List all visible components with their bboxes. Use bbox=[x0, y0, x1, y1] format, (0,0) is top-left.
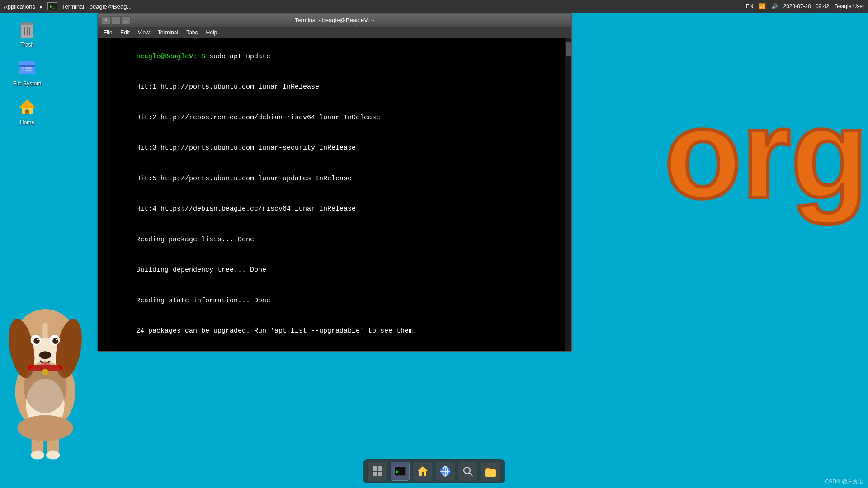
terminal-line-4: Hit:3 http://ports.ubuntu.com lunar-secu… bbox=[104, 133, 566, 164]
output-3a: Hit:2 bbox=[136, 114, 160, 122]
terminal-line-2: Hit:1 http://ports.ubuntu.com lunar InRe… bbox=[104, 72, 566, 103]
home-label: Home bbox=[20, 119, 34, 126]
svg-point-35 bbox=[46, 451, 60, 460]
menu-view[interactable]: View bbox=[134, 28, 153, 37]
trash-icon-desktop[interactable]: Trash bbox=[9, 18, 45, 48]
terminal-line-8: Building dependency tree... Done bbox=[104, 255, 566, 286]
maximize-button-terminal[interactable]: □ bbox=[122, 16, 131, 24]
svg-rect-14 bbox=[25, 110, 29, 114]
beagle-dog-image bbox=[0, 249, 90, 465]
trash-label: Trash bbox=[20, 42, 34, 48]
menu-file[interactable]: File bbox=[100, 28, 116, 37]
svg-rect-43 bbox=[373, 472, 377, 476]
menu-help[interactable]: Help bbox=[203, 28, 221, 37]
minimize-button-terminal[interactable]: − bbox=[112, 16, 121, 24]
terminal-title: Terminal - beagle@BeagleV: ~ bbox=[133, 17, 536, 23]
svg-rect-9 bbox=[21, 70, 24, 71]
desktop-icons: Trash File System bbox=[9, 18, 45, 126]
svg-point-23 bbox=[33, 338, 39, 344]
output-5: Hit:5 http://ports.ubuntu.com lunar-upda… bbox=[136, 175, 352, 183]
svg-rect-44 bbox=[378, 472, 382, 476]
close-button-terminal[interactable]: × bbox=[102, 16, 111, 24]
svg-rect-8 bbox=[21, 67, 24, 69]
svg-text:▶_: ▶_ bbox=[396, 469, 402, 474]
svg-point-52 bbox=[464, 467, 470, 474]
svg-point-34 bbox=[31, 451, 44, 460]
terminal-window-controls: × − □ bbox=[102, 16, 133, 24]
filesystem-icon-desktop[interactable]: File System bbox=[9, 57, 45, 87]
home-icon bbox=[16, 96, 38, 117]
taskbar-files-icon[interactable] bbox=[368, 462, 387, 481]
terminal-line-1: beagle@BeagleV:~$ sudo apt update bbox=[104, 42, 566, 72]
taskbar-browser-icon[interactable] bbox=[436, 462, 455, 481]
taskbar-top-left: Applications ▸ ▶_ Terminal - beagle@Beag… bbox=[4, 2, 132, 10]
scrollbar-thumb[interactable] bbox=[566, 42, 571, 56]
output-9: Reading state information... Done bbox=[136, 297, 270, 305]
wifi-icon: 📶 bbox=[759, 3, 766, 9]
filesystem-icon bbox=[16, 57, 38, 79]
svg-point-29 bbox=[47, 353, 49, 356]
output-2: Hit:1 http://ports.ubuntu.com lunar InRe… bbox=[136, 83, 319, 91]
output-4: Hit:3 http://ports.ubuntu.com lunar-secu… bbox=[136, 144, 356, 152]
terminal-line-5: Hit:5 http://ports.ubuntu.com lunar-upda… bbox=[104, 164, 566, 194]
svg-point-27 bbox=[39, 351, 52, 359]
svg-point-39 bbox=[24, 361, 67, 413]
terminal-scrollbar[interactable] bbox=[565, 38, 571, 351]
menu-edit[interactable]: Edit bbox=[117, 28, 133, 37]
svg-point-24 bbox=[52, 338, 58, 344]
svg-rect-42 bbox=[378, 466, 382, 471]
terminal-taskbar-icon: ▶_ bbox=[47, 2, 57, 10]
terminal-titlebar: × − □ Terminal - beagle@BeagleV: ~ bbox=[98, 14, 571, 27]
svg-rect-7 bbox=[19, 65, 35, 67]
menu-tabs[interactable]: Tabs bbox=[183, 28, 201, 37]
org-text: org bbox=[664, 90, 868, 217]
link-rcn[interactable]: http://repos.rcn-ee.com/debian-riscv64 bbox=[160, 114, 315, 122]
taskbar-terminal-icon[interactable]: ▶_ bbox=[391, 462, 410, 481]
terminal-taskbar-label[interactable]: Terminal - beagle@Beag... bbox=[62, 3, 132, 10]
svg-line-53 bbox=[469, 473, 472, 476]
svg-rect-40 bbox=[42, 323, 47, 349]
cmd-1: sudo apt update bbox=[209, 53, 270, 61]
output-7: Reading package lists... Done bbox=[136, 236, 254, 244]
terminal-menubar: File Edit View Terminal Tabs Help bbox=[98, 27, 571, 38]
svg-rect-54 bbox=[485, 469, 496, 477]
svg-point-26 bbox=[56, 339, 58, 341]
svg-marker-47 bbox=[417, 466, 428, 476]
terminal-line-10: 24 packages can be upgraded. Run 'apt li… bbox=[104, 316, 566, 347]
terminal-line-6: Hit:4 https://debian.beagle.cc/riscv64 l… bbox=[104, 194, 566, 225]
user-name: Beagle User bbox=[835, 3, 864, 9]
home-icon-desktop[interactable]: Home bbox=[9, 96, 45, 126]
output-3b: lunar InRelease bbox=[315, 114, 380, 122]
datetime: 2023-07-20 09:42 bbox=[783, 3, 829, 9]
output-10: 24 packages can be upgraded. Run 'apt li… bbox=[136, 327, 417, 335]
taskbar-folder-icon[interactable] bbox=[481, 462, 500, 481]
trash-icon bbox=[16, 18, 38, 40]
svg-rect-1 bbox=[20, 23, 34, 25]
csdn-watermark: CSDN @东方山 bbox=[825, 478, 863, 486]
menu-terminal[interactable]: Terminal bbox=[154, 28, 182, 37]
taskbar-bottom: ▶_ bbox=[363, 459, 505, 483]
language-indicator: EN bbox=[746, 3, 754, 9]
svg-rect-41 bbox=[373, 466, 377, 471]
svg-point-28 bbox=[41, 353, 44, 356]
taskbar-home-folder-icon[interactable] bbox=[413, 462, 432, 481]
desktop: Applications ▸ ▶_ Terminal - beagle@Beag… bbox=[0, 0, 868, 488]
svg-marker-13 bbox=[19, 99, 35, 108]
terminal-window: × − □ Terminal - beagle@BeagleV: ~ File … bbox=[97, 13, 572, 352]
svg-rect-10 bbox=[25, 67, 32, 69]
svg-point-36 bbox=[17, 415, 73, 441]
svg-point-25 bbox=[37, 339, 39, 341]
terminal-body[interactable]: beagle@BeagleV:~$ sudo apt update Hit:1 … bbox=[98, 38, 571, 351]
terminal-line-prompt: beagle@BeagleV:~$ bbox=[104, 347, 566, 351]
output-8: Building dependency tree... Done bbox=[136, 266, 266, 274]
taskbar-separator: ▸ bbox=[40, 3, 43, 10]
apps-menu[interactable]: Applications bbox=[4, 3, 35, 10]
output-6: Hit:4 https://debian.beagle.cc/riscv64 l… bbox=[136, 205, 356, 213]
taskbar-search-icon[interactable] bbox=[458, 462, 477, 481]
prompt-1: beagle@BeagleV:~$ bbox=[136, 53, 209, 61]
terminal-line-3: Hit:2 http://repos.rcn-ee.com/debian-ris… bbox=[104, 103, 566, 133]
svg-rect-11 bbox=[25, 70, 32, 71]
volume-icon: 🔊 bbox=[771, 3, 778, 9]
terminal-line-9: Reading state information... Done bbox=[104, 286, 566, 316]
terminal-line-7: Reading package lists... Done bbox=[104, 225, 566, 255]
